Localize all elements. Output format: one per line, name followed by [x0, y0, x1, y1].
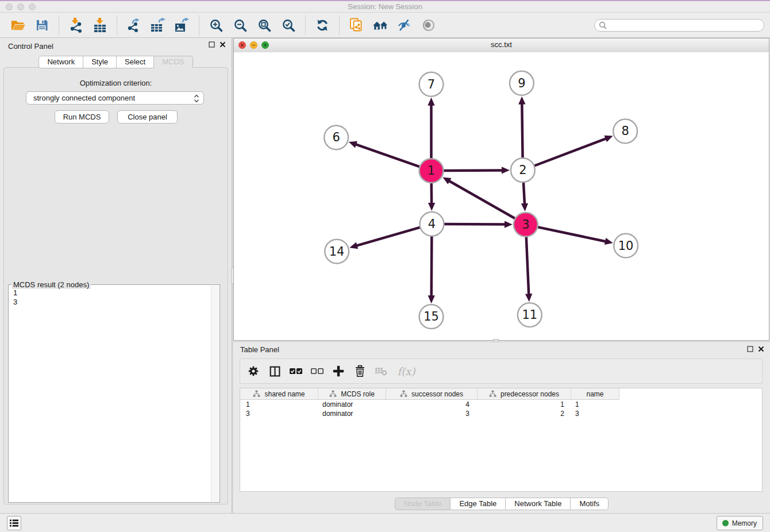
delete-column-button[interactable] [352, 364, 367, 379]
graph-edge[interactable] [534, 138, 606, 166]
column-header-predecessor-nodes[interactable]: predecessor nodes [478, 388, 571, 400]
mcds-result-line: 1 [13, 288, 215, 298]
deselect-all-button[interactable] [310, 364, 325, 379]
close-panel-icon[interactable] [758, 346, 764, 352]
close-panel-button[interactable]: Close panel [117, 110, 178, 124]
export-network-button[interactable] [125, 16, 143, 34]
graph-node-label: 3 [522, 218, 529, 232]
save-button[interactable] [33, 16, 51, 34]
cell-name[interactable]: 3 [571, 409, 619, 418]
graph-edge[interactable] [537, 227, 606, 241]
tab-edge-table[interactable]: Edge Table [450, 498, 506, 510]
column-header-name[interactable]: name [571, 388, 619, 400]
window-titlebar: Session: New Session [0, 0, 770, 13]
traffic-light-minimize[interactable] [17, 3, 24, 10]
cell-predecessor-nodes[interactable]: 1 [478, 400, 571, 409]
open-file-button[interactable] [9, 16, 26, 34]
criterion-dropdown[interactable]: strongly connected component [26, 91, 204, 105]
import-table-button[interactable] [91, 16, 109, 34]
task-history-button[interactable] [7, 516, 21, 530]
tab-node-table[interactable]: Node Table [395, 498, 451, 510]
table-row[interactable]: 3 dominator 3 2 3 [240, 409, 762, 418]
close-panel-icon[interactable] [220, 41, 226, 48]
zoom-selected-button[interactable] [280, 16, 297, 34]
graph-edge-arrow [505, 221, 513, 228]
graph-edge[interactable] [526, 237, 529, 295]
table-row[interactable]: 1 dominator 4 1 1 [240, 400, 762, 409]
graph-edge[interactable] [356, 228, 421, 246]
mcds-result-line: 3 [13, 298, 215, 307]
fx-icon: f(x) [398, 365, 415, 377]
mcds-panel: Optimization criterion: strongly connect… [3, 67, 228, 504]
float-panel-icon[interactable] [209, 41, 215, 48]
search-field [594, 19, 764, 32]
network-close-button[interactable] [238, 41, 246, 49]
search-input[interactable] [594, 19, 764, 32]
run-mcds-button[interactable]: Run MCDS [55, 110, 109, 124]
zoom-out-button[interactable] [232, 16, 249, 34]
graph-edge[interactable] [444, 224, 506, 225]
function-builder-button[interactable]: f(x) [395, 364, 418, 379]
cell-successor-nodes[interactable]: 4 [386, 400, 478, 409]
column-header-shared-name[interactable]: shared name [240, 388, 318, 400]
table-toolbar: f(x) [240, 358, 763, 384]
export-image-button[interactable] [174, 16, 191, 34]
cell-shared-name[interactable]: 3 [240, 409, 318, 418]
tab-network[interactable]: Network [38, 56, 83, 68]
refresh-button[interactable] [314, 16, 331, 34]
graph-edge[interactable] [523, 182, 525, 205]
tab-network-table[interactable]: Network Table [505, 498, 571, 510]
float-panel-icon[interactable] [747, 346, 753, 352]
graph-edge[interactable] [449, 180, 515, 218]
dropdown-chevrons-icon [194, 94, 199, 103]
cell-name[interactable]: 1 [571, 400, 619, 409]
import-network-button[interactable] [67, 16, 84, 34]
table-settings-button[interactable] [246, 364, 261, 379]
cell-successor-nodes[interactable]: 3 [386, 409, 478, 418]
network-canvas[interactable]: 7968124314101511 [234, 52, 769, 340]
zoom-in-button[interactable] [207, 16, 225, 34]
graph-edge-arrow [502, 167, 510, 174]
graph-edge[interactable] [355, 144, 420, 167]
select-all-button[interactable] [288, 364, 303, 379]
memory-status-dot [722, 520, 729, 526]
column-header-mcds-role[interactable]: MCDS role [318, 388, 386, 400]
graph-edge[interactable] [443, 170, 503, 171]
tab-style[interactable]: Style [83, 56, 117, 68]
graph-edge[interactable] [432, 236, 432, 297]
clone-network-button[interactable] [348, 16, 365, 34]
network-minimize-button[interactable] [250, 41, 257, 49]
zoom-selected-icon [282, 18, 295, 32]
show-details-button[interactable] [420, 16, 437, 34]
table-panel-tabs: Node Table Edge Table Network Table Moti… [233, 498, 770, 510]
toggle-column-panel-button[interactable] [267, 364, 282, 379]
cell-shared-name[interactable]: 1 [240, 400, 318, 409]
memory-button[interactable]: Memory [717, 516, 763, 530]
graph-edge[interactable] [522, 103, 522, 159]
hierarchy-icon [329, 390, 337, 398]
houses-button[interactable] [372, 16, 389, 34]
tab-mcds[interactable]: MCDS [153, 56, 192, 68]
add-column-button[interactable] [331, 364, 346, 379]
graph-node-label: 2 [519, 163, 526, 177]
graph-edge-arrow [428, 203, 435, 211]
hide-details-button[interactable] [396, 16, 413, 34]
control-panel-tabs: Network Style Select MCDS [0, 56, 232, 68]
traffic-light-zoom[interactable] [29, 3, 36, 10]
cell-mcds-role[interactable]: dominator [318, 400, 386, 409]
traffic-light-close[interactable] [6, 3, 13, 10]
cell-mcds-role[interactable]: dominator [318, 409, 386, 418]
network-maximize-button[interactable] [261, 41, 269, 49]
main-toolbar [0, 13, 770, 38]
column-header-successor-nodes[interactable]: successor nodes [386, 388, 478, 400]
tab-select[interactable]: Select [116, 56, 154, 68]
network-window-titlebar[interactable]: scc.txt [234, 38, 769, 53]
tab-motifs[interactable]: Motifs [570, 498, 609, 510]
close-glyph-icon [240, 43, 244, 47]
cell-predecessor-nodes[interactable]: 2 [478, 409, 571, 418]
zoom-fit-button[interactable] [256, 16, 273, 34]
delete-table-button[interactable] [374, 364, 388, 379]
graph-node-label: 11 [522, 308, 537, 322]
result-scrollbar[interactable] [211, 286, 219, 502]
export-table-button[interactable] [149, 16, 167, 34]
